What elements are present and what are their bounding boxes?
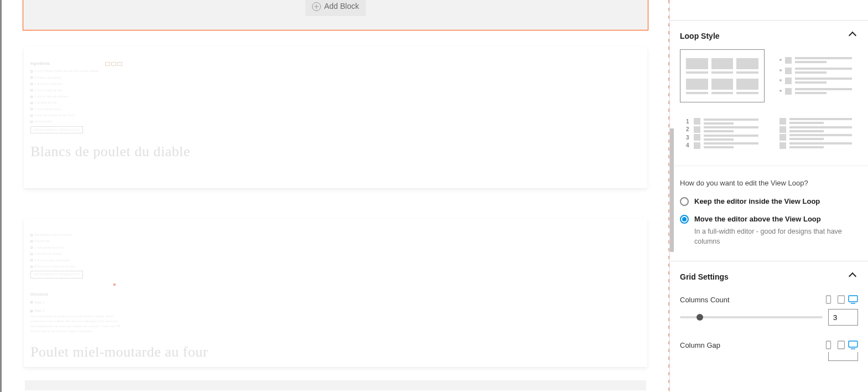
panel-spacer: [670, 0, 868, 20]
panel-title: Grid Settings: [680, 272, 729, 281]
editor-canvas: Add Block Ingredients 2 cuil d'huile d'o…: [0, 0, 669, 392]
recipe-title: Poulet miel-moutarde au four: [28, 344, 647, 360]
columns-count-input[interactable]: [828, 309, 858, 326]
chevron-up-icon: [847, 30, 858, 42]
column-gap-input[interactable]: [828, 352, 858, 361]
loop-style-option-plain[interactable]: [773, 111, 858, 156]
svg-rect-5: [838, 341, 844, 349]
loop-item-card[interactable]: Sel herbes miel moutarde Poivre noir 1 c…: [24, 219, 647, 367]
panel-loop-style-header[interactable]: Loop Style: [680, 30, 858, 42]
loop-style-option-numbered[interactable]: 1 2 3 4: [680, 111, 765, 156]
panel-title: Loop Style: [680, 32, 720, 40]
plus-circle-icon: [312, 2, 321, 11]
columns-count-slider[interactable]: [680, 316, 823, 318]
add-block-button[interactable]: Add Block: [305, 0, 366, 16]
svg-rect-6: [849, 341, 857, 347]
loop-item-card[interactable]: Ingredients 2 cuil d'huile d'olive ou de…: [24, 47, 647, 188]
editor-selected-block[interactable]: Add Block: [23, 0, 648, 30]
panel-grid-settings-header[interactable]: Grid Settings: [680, 271, 858, 282]
svg-rect-4: [826, 341, 830, 349]
device-desktop-icon[interactable]: [848, 340, 858, 350]
responsive-device-toggles: [824, 340, 858, 350]
device-desktop-icon[interactable]: [848, 295, 858, 305]
radio-label: Move the editor above the View Loop: [694, 214, 858, 224]
responsive-device-toggles: [824, 295, 858, 305]
recipe-preview: Sel herbes miel moutarde Poivre noir 1 c…: [28, 230, 122, 339]
device-mobile-icon[interactable]: [824, 340, 834, 350]
loop-style-option-grid[interactable]: [680, 49, 765, 102]
column-gap-label: Column Gap: [680, 341, 720, 349]
radio-editor-inside[interactable]: Keep the editor inside the View Loop: [680, 197, 858, 207]
device-tablet-icon[interactable]: [836, 340, 846, 350]
scrollbar-thumb[interactable]: [669, 128, 674, 252]
radio-icon: [680, 197, 689, 206]
device-tablet-icon[interactable]: [836, 295, 846, 305]
loop-edit-question: How do you want to edit the View Loop?: [680, 178, 858, 189]
radio-editor-above[interactable]: Move the editor above the View Loop In a…: [680, 214, 858, 246]
columns-count-label: Columns Count: [680, 296, 730, 304]
recipe-title: Blancs de poulet du diable: [28, 143, 647, 160]
device-mobile-icon[interactable]: [824, 295, 834, 305]
panel-loop-style: Loop Style: [670, 20, 868, 261]
svg-rect-1: [838, 296, 844, 303]
recipe-preview: Ingredients 2 cuil d'huile d'olive ou de…: [28, 58, 122, 139]
panel-grid-settings: Grid Settings Columns Count Column Gap: [670, 261, 868, 371]
chevron-up-icon: [847, 271, 858, 282]
svg-rect-0: [826, 296, 830, 303]
svg-rect-2: [849, 296, 857, 302]
radio-label: Keep the editor inside the View Loop: [694, 197, 858, 207]
radio-icon: [680, 215, 689, 224]
radio-description: In a full-width editor - good for design…: [694, 226, 858, 246]
settings-sidebar: Loop Style: [669, 0, 868, 392]
loop-style-option-bullets[interactable]: [773, 49, 858, 102]
loop-item-card[interactable]: [25, 380, 646, 390]
add-block-label: Add Block: [324, 2, 359, 11]
